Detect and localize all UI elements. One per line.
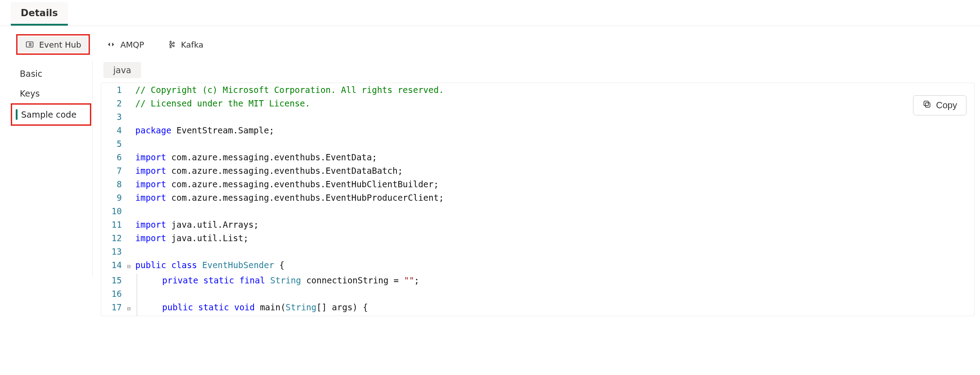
protocol-amqp-label: AMQP <box>120 40 144 49</box>
line-number: 2 <box>101 97 127 110</box>
sidebar-item-samplecode[interactable]: Sample code <box>12 105 90 124</box>
highlight-samplecode: Sample code <box>11 103 91 126</box>
fold-toggle <box>127 191 135 204</box>
copy-button-label: Copy <box>936 100 957 110</box>
line-number: 14 <box>101 258 127 274</box>
code-editor[interactable]: 1// Copyright (c) Microsoft Corporation.… <box>101 83 975 316</box>
svg-point-11 <box>173 45 174 47</box>
code-line: 9import com.azure.messaging.eventhubs.Ev… <box>101 191 974 204</box>
code-source: // Licensed under the MIT License. <box>135 97 974 110</box>
code-line: 15 private static final String connectio… <box>101 274 974 287</box>
line-number: 8 <box>101 177 127 191</box>
code-line: 12import java.util.List; <box>101 231 974 245</box>
kafka-icon <box>167 40 177 49</box>
fold-toggle <box>127 150 135 164</box>
svg-rect-17 <box>924 101 929 106</box>
line-number: 11 <box>101 218 127 231</box>
code-line: 5 <box>101 137 974 150</box>
svg-point-8 <box>169 44 171 45</box>
code-line: 1// Copyright (c) Microsoft Corporation.… <box>101 83 974 97</box>
fold-toggle <box>127 287 135 300</box>
code-source: private static final String connectionSt… <box>137 274 974 287</box>
line-number: 3 <box>101 110 127 124</box>
copy-button[interactable]: Copy <box>913 95 967 115</box>
code-source <box>137 287 974 300</box>
fold-toggle[interactable]: ⊟ <box>127 258 135 274</box>
language-pill[interactable]: java <box>103 62 141 78</box>
svg-rect-16 <box>926 103 930 107</box>
main-area: java 1// Copyright (c) Microsoft Corpora… <box>93 61 980 316</box>
fold-toggle <box>127 83 135 97</box>
svg-point-7 <box>169 41 171 43</box>
fold-toggle[interactable]: ⊟ <box>127 300 135 316</box>
code-editor-wrap: 1// Copyright (c) Microsoft Corporation.… <box>101 83 975 316</box>
line-number: 15 <box>101 274 127 287</box>
code-line: 14⊟public class EventHubSender { <box>101 258 974 274</box>
line-number: 7 <box>101 164 127 177</box>
fold-toggle <box>127 218 135 231</box>
top-tabbar: Details <box>0 0 980 26</box>
line-number: 10 <box>101 204 127 218</box>
code-source <box>135 137 974 150</box>
protocol-eventhub-label: Event Hub <box>39 40 81 49</box>
code-source: public class EventHubSender { <box>135 258 974 274</box>
fold-toggle <box>127 245 135 258</box>
svg-point-9 <box>169 46 171 48</box>
fold-toggle <box>127 177 135 191</box>
code-source: package EventStream.Sample; <box>135 124 974 137</box>
tab-details[interactable]: Details <box>11 2 68 26</box>
code-source: import java.util.List; <box>135 231 974 245</box>
code-line: 17⊟ public static void main(String[] arg… <box>101 300 974 316</box>
line-number: 17 <box>101 300 127 316</box>
fold-toggle <box>127 110 135 124</box>
line-number: 9 <box>101 191 127 204</box>
protocol-kafka-label: Kafka <box>181 40 204 49</box>
eventhub-icon <box>25 40 35 49</box>
code-line: 11import java.util.Arrays; <box>101 218 974 231</box>
fold-toggle <box>127 137 135 150</box>
sidebar-item-keys[interactable]: Keys <box>0 84 92 103</box>
fold-toggle <box>127 231 135 245</box>
code-line: 2// Licensed under the MIT License. <box>101 97 974 110</box>
code-line: 7import com.azure.messaging.eventhubs.Ev… <box>101 164 974 177</box>
code-line: 8import com.azure.messaging.eventhubs.Ev… <box>101 177 974 191</box>
code-line: 10 <box>101 204 974 218</box>
fold-toggle <box>127 124 135 137</box>
code-source <box>135 204 974 218</box>
code-source: import com.azure.messaging.eventhubs.Eve… <box>135 150 974 164</box>
code-source: public static void main(String[] args) { <box>137 300 974 316</box>
line-number: 6 <box>101 150 127 164</box>
protocol-amqp[interactable]: AMQP <box>100 36 151 53</box>
svg-line-14 <box>171 43 173 44</box>
highlight-eventhub: Event Hub <box>16 34 90 55</box>
fold-toggle <box>127 274 135 287</box>
line-number: 5 <box>101 137 127 150</box>
code-line: 4package EventStream.Sample; <box>101 124 974 137</box>
fold-toggle <box>127 97 135 110</box>
code-source <box>135 245 974 258</box>
protocol-eventhub[interactable]: Event Hub <box>18 36 88 53</box>
protocol-kafka[interactable]: Kafka <box>160 36 210 53</box>
code-source: import com.azure.messaging.eventhubs.Eve… <box>135 177 974 191</box>
code-line: 13 <box>101 245 974 258</box>
fold-toggle <box>127 164 135 177</box>
svg-point-10 <box>173 42 174 44</box>
svg-line-15 <box>171 45 173 45</box>
code-source: import com.azure.messaging.eventhubs.Eve… <box>135 164 974 177</box>
protocol-selector: Event Hub AMQP Kafka <box>0 26 980 61</box>
line-number: 1 <box>101 83 127 97</box>
line-number: 13 <box>101 245 127 258</box>
code-line: 16 <box>101 287 974 300</box>
code-source: // Copyright (c) Microsoft Corporation. … <box>135 83 974 97</box>
sidebar-item-basic[interactable]: Basic <box>0 64 92 84</box>
fold-toggle <box>127 204 135 218</box>
code-source: import java.util.Arrays; <box>135 218 974 231</box>
line-number: 4 <box>101 124 127 137</box>
line-number: 16 <box>101 287 127 300</box>
amqp-icon <box>106 40 116 49</box>
code-source <box>135 110 974 124</box>
copy-icon <box>922 100 931 111</box>
code-line: 6import com.azure.messaging.eventhubs.Ev… <box>101 150 974 164</box>
sidebar: Basic Keys Sample code <box>0 61 93 277</box>
code-line: 3 <box>101 110 974 124</box>
